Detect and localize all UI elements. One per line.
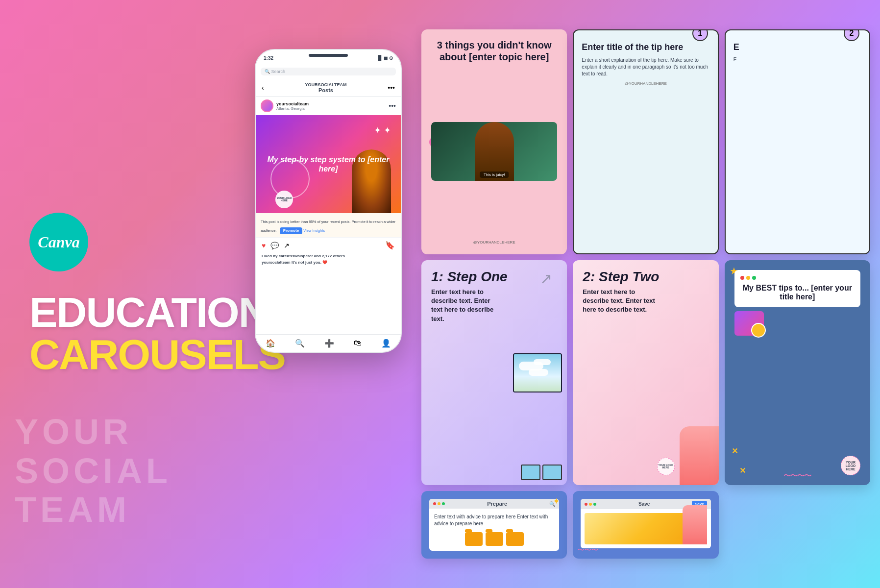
folder-2	[486, 532, 503, 546]
promote-text: This post is doing better than 95% of yo…	[261, 220, 395, 233]
create-nav-icon[interactable]: ➕	[324, 339, 334, 348]
card4-body: Enter text here to describe text. Enter …	[431, 288, 501, 323]
folder-1	[465, 532, 483, 546]
card7-window-header: Prepare 🔍	[429, 499, 559, 509]
card1-title: 3 things you didn't know about [enter to…	[431, 39, 557, 63]
phone-mockup: 1:32 ▊ ◼ ⊙ 🔍 Search ‹ YOURSOCIALTEAM Pos…	[255, 49, 412, 363]
phone-logo-badge: YOUR LOGO HERE	[275, 191, 293, 208]
card8-window-dots	[585, 503, 596, 506]
card8-body	[581, 509, 710, 548]
card7-dot-yellow	[438, 502, 440, 505]
comment-icon[interactable]: 💬	[270, 242, 279, 249]
post-likes: Liked by carelesswhisperer and 2,172 oth…	[256, 253, 401, 259]
carousel-previews: 3 things you didn't know about [enter to…	[412, 29, 880, 559]
card8-title: Save	[638, 501, 650, 507]
profile-nav-icon[interactable]: 👤	[381, 339, 391, 348]
card-step-one: 1: Step One Enter text here to describe …	[421, 260, 567, 485]
ig-handle: YOURSOCIALTEAM	[305, 82, 347, 87]
card6-mini-image	[734, 311, 764, 336]
window-dot-red	[740, 276, 744, 280]
card2-title: Enter title of the tip here	[582, 42, 709, 53]
computer-frames	[521, 465, 562, 480]
ig-header-center: YOURSOCIALTEAM Posts	[305, 82, 347, 93]
phone-notch	[309, 54, 348, 57]
card1-image-overlay: This is juicy!	[480, 172, 509, 178]
caption-text: It's not just you. ❤️	[292, 260, 327, 265]
ig-post-header: yoursocialteam Atlanta, Georgia •••	[256, 97, 401, 115]
post-stars-decoration: ✦ ✦	[374, 125, 391, 136]
left-section: Canva EDUCATIONAL CAROUSELS YOUR SOCIAL …	[0, 0, 284, 588]
promote-button[interactable]: Promote	[280, 227, 302, 234]
dot-green	[593, 503, 596, 506]
post-location: Atlanta, Georgia	[276, 106, 309, 111]
shop-nav-icon[interactable]: 🛍	[354, 339, 362, 348]
card2-number: 1	[692, 29, 708, 41]
card-prepare: ✦ Prepare 🔍 Enter text with advice to pr…	[421, 491, 567, 559]
bottom-nav: 🏠 🔍 ➕ 🛍 👤	[256, 334, 401, 352]
post-avatar	[261, 99, 273, 112]
search-nav-icon[interactable]: 🔍	[295, 339, 305, 348]
card-tip-3: 2 E E	[725, 29, 870, 254]
wave-decoration-card8: 〜〜〜	[578, 546, 598, 555]
ig-posts-label: Posts	[305, 87, 347, 93]
card4-arrow-decoration: ↗	[540, 270, 552, 287]
more-icon[interactable]: •••	[388, 84, 395, 92]
cloud-background	[514, 354, 561, 392]
card5-step: 2: Step Two	[583, 270, 709, 284]
card3-body: E	[733, 57, 861, 62]
card1-image: This is juicy!	[431, 122, 557, 181]
back-icon[interactable]: ‹	[262, 84, 264, 92]
card6-logo-badge: YOUR LOGO HERE	[841, 456, 860, 475]
card5-logo-badge: YOUR LOGO HERE	[657, 458, 675, 475]
card6-window: My BEST tips to... [enter your title her…	[734, 270, 860, 307]
like-icon[interactable]: ♥	[262, 242, 266, 249]
action-icons: ♥ 💬 ↗	[262, 242, 290, 249]
card2-body: Enter a short explanation of the tip her…	[582, 57, 709, 77]
card8-window: Save Save	[581, 499, 710, 548]
share-icon[interactable]: ↗	[284, 242, 290, 249]
card7-text: Enter text with advice to prepare here E…	[434, 514, 554, 527]
window-dot-yellow	[746, 276, 750, 280]
card-save: Save Save 〜〜〜	[573, 491, 718, 559]
post-actions: ♥ 💬 ↗ 🔖	[256, 238, 401, 253]
dot-red	[585, 503, 587, 506]
home-nav-icon[interactable]: 🏠	[266, 339, 275, 348]
cloud-3	[534, 359, 551, 365]
caption-username: yoursocialteam	[262, 260, 291, 265]
card7-window-body: Enter text with advice to prepare here E…	[429, 509, 559, 551]
card5-body: Enter text here to describe text. Enter …	[583, 288, 658, 315]
card3-title: E	[733, 42, 861, 53]
card3-number: 2	[844, 29, 859, 41]
canva-logo: Canva	[29, 213, 88, 271]
ig-search-bar: 🔍 Search	[256, 66, 401, 79]
watermark-line3: TEAM	[15, 490, 171, 529]
phone-frame: 1:32 ▊ ◼ ⊙ 🔍 Search ‹ YOURSOCIALTEAM Pos…	[255, 49, 402, 353]
x-decoration: ✕	[732, 446, 738, 456]
cloud-2	[529, 369, 548, 376]
post-overlay-text: My step-by step system to [enter here]	[256, 150, 401, 178]
card7-folders	[434, 532, 554, 546]
phone-status-bar: 1:32 ▊ ◼ ⊙	[256, 50, 401, 66]
post-more-icon[interactable]: •••	[389, 102, 396, 110]
card7-window: Prepare 🔍 Enter text with advice to prep…	[429, 499, 559, 551]
card6-mini-circle	[751, 323, 766, 338]
card7-window-dots	[433, 502, 445, 505]
card4-image	[513, 353, 562, 392]
card-step-two: 2: Step Two Enter text here to describe …	[573, 260, 718, 485]
window-dot-green	[752, 276, 756, 280]
dot-yellow	[589, 503, 592, 506]
card-tips: 3 things you didn't know about [enter to…	[421, 29, 567, 254]
post-image: My step-by step system to [enter here] ✦…	[256, 115, 401, 213]
ig-search[interactable]: 🔍 Search	[261, 68, 396, 75]
card4-step: 1: Step One	[431, 270, 557, 284]
post-username: yoursocialteam	[276, 101, 309, 106]
view-insights-link[interactable]: View Insights	[303, 228, 325, 233]
card-best-tips: ★ ✕ ✕ My BEST tips to... [enter your tit…	[725, 260, 870, 485]
save-icon[interactable]: 🔖	[385, 241, 395, 250]
x-decoration-2: ✕	[739, 466, 746, 475]
card7-dot-green	[442, 502, 445, 505]
card1-handle: @YOURHANDLEHERE	[431, 240, 557, 245]
card2-handle: @YOURHANDLEHERE	[582, 81, 709, 86]
watermark-line1: YOUR	[15, 413, 171, 451]
phone-time: 1:32	[264, 55, 273, 61]
